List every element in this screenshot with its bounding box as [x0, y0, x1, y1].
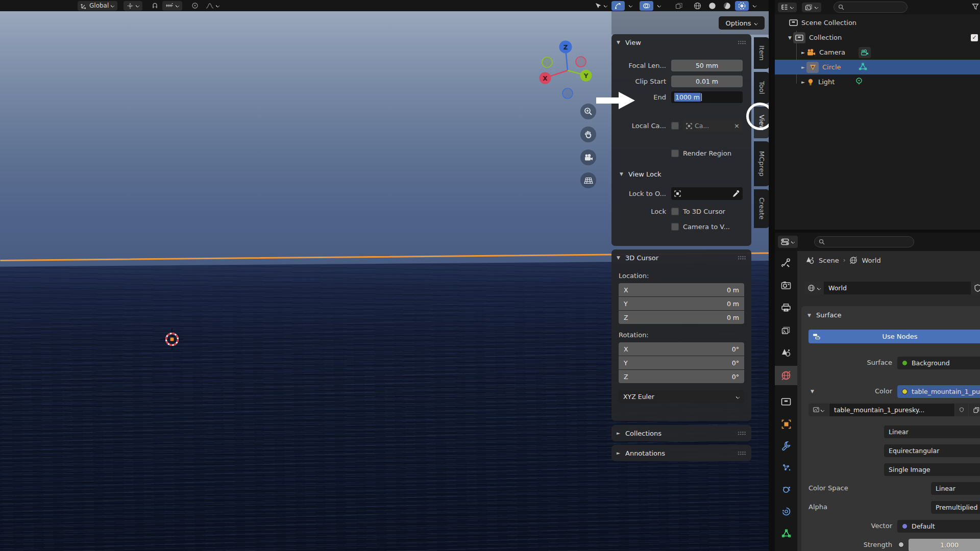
tab-scene-properties[interactable]	[775, 343, 797, 362]
axis-ball-neg-z[interactable]	[562, 88, 573, 98]
pan-button[interactable]	[580, 127, 596, 142]
disclosure-triangle[interactable]	[801, 80, 806, 85]
cursor-rotation-y-field[interactable]: Y 0°	[619, 356, 744, 369]
local-camera-checkbox[interactable]	[671, 122, 679, 130]
tab-collection-properties[interactable]	[775, 392, 797, 411]
panel-view-header[interactable]: View	[611, 34, 751, 46]
light-data-icon[interactable]	[855, 77, 863, 87]
tab-output-properties[interactable]	[775, 298, 797, 317]
perspective-toggle-button[interactable]	[580, 172, 596, 188]
color-space-dropdown[interactable]: Linear	[931, 482, 980, 495]
tab-view-layer-properties[interactable]	[775, 321, 797, 339]
tab-modifier-properties[interactable]	[775, 436, 797, 455]
sidebar-tab-mcprep[interactable]: MCprep	[754, 141, 769, 186]
image-datablock-selector[interactable]	[808, 404, 829, 416]
camera-data-icon[interactable]	[859, 47, 871, 58]
color-field[interactable]: table_mountain_1_puresky	[897, 385, 980, 398]
transform-orientation-dropdown[interactable]: Global	[78, 1, 117, 11]
surface-shader-field[interactable]: Background	[897, 357, 980, 369]
cursor-rotation-x-field[interactable]: X 0°	[619, 342, 744, 356]
panel-drag-handle[interactable]	[738, 40, 746, 44]
clear-x-icon[interactable]: ×	[734, 122, 740, 130]
cursor-location-z-field[interactable]: Z 0 m	[619, 311, 744, 324]
disclosure-triangle[interactable]	[801, 65, 806, 70]
area-splitter-vertical[interactable]	[769, 0, 775, 551]
tab-constraint-properties[interactable]	[775, 502, 797, 520]
sidebar-tab-create[interactable]: Create	[754, 189, 769, 228]
outliner-display-mode-dropdown[interactable]	[802, 3, 821, 12]
viewport-3d[interactable]: Global	[0, 0, 769, 551]
panel-3d-cursor-header[interactable]: 3D Cursor	[611, 249, 751, 262]
panel-annotations[interactable]: Annotations	[611, 445, 751, 461]
properties-search[interactable]	[814, 236, 914, 247]
alpha-dropdown[interactable]: Premultiplied	[931, 501, 980, 514]
properties-search-input[interactable]	[827, 238, 884, 245]
breadcrumb-world[interactable]: World	[862, 257, 880, 264]
clip-end-field-editing[interactable]: 1000 m	[671, 91, 743, 103]
lock-camera-to-view-checkbox[interactable]	[671, 223, 679, 231]
zoom-button[interactable]	[580, 104, 596, 119]
outliner-search[interactable]	[834, 2, 908, 13]
outliner-row-circle-selected[interactable]: Circle	[775, 60, 980, 74]
clip-start-field[interactable]: 0.01 m	[671, 76, 743, 87]
disclosure-triangle[interactable]	[788, 35, 793, 40]
navigation-axis-gizmo[interactable]: Z X Y	[536, 38, 597, 99]
mesh-data-icon[interactable]	[859, 63, 867, 72]
world-datablock-selector[interactable]	[804, 282, 824, 294]
outliner-row-camera[interactable]: Camera	[775, 45, 980, 60]
camera-view-button[interactable]	[580, 149, 596, 165]
sidebar-tab-item[interactable]: Item	[754, 37, 769, 69]
proportional-editing-toggle[interactable]	[188, 1, 202, 11]
panel-view-lock-header[interactable]: View Lock	[615, 168, 667, 180]
disclosure-triangle[interactable]	[801, 50, 806, 55]
fake-user-shield-button[interactable]	[971, 282, 980, 294]
snap-toggle[interactable]	[149, 1, 161, 11]
panel-drag-handle[interactable]	[738, 256, 746, 260]
tab-tool-properties[interactable]	[775, 254, 797, 272]
filter-funnel-icon[interactable]	[972, 3, 979, 10]
render-region-checkbox[interactable]	[671, 149, 679, 157]
world-name-field[interactable]: World	[824, 282, 971, 294]
tab-physics-properties[interactable]	[775, 480, 797, 498]
panel-drag-handle[interactable]	[738, 431, 746, 435]
image-copy-button[interactable]	[969, 404, 980, 416]
sidebar-tab-tool[interactable]: Tool	[754, 72, 769, 104]
vector-field[interactable]: Default	[897, 520, 980, 533]
use-nodes-button[interactable]: Use Nodes	[808, 330, 980, 343]
pivot-point-dropdown[interactable]	[124, 1, 142, 11]
projection-dropdown[interactable]: Equirectangular	[884, 444, 980, 457]
image-name-field[interactable]: table_mountain_1_puresky...	[829, 404, 954, 416]
proportional-falloff-dropdown[interactable]	[203, 1, 223, 11]
lock-to-object-field[interactable]	[671, 187, 743, 200]
panel-collections[interactable]: Collections	[611, 425, 751, 441]
strength-slider[interactable]: 1.000	[909, 539, 980, 551]
lock-to-3d-cursor-checkbox[interactable]	[671, 208, 679, 215]
cursor-location-x-field[interactable]: X 0 m	[619, 283, 744, 296]
local-camera-object-field[interactable]: Ca... ×	[683, 120, 743, 132]
breadcrumb-scene[interactable]: Scene	[819, 257, 839, 264]
outliner-search-input[interactable]	[847, 4, 903, 11]
tab-object-data-properties[interactable]	[775, 524, 797, 542]
tab-render-properties[interactable]	[775, 276, 797, 294]
outliner-editor-type-dropdown[interactable]	[778, 3, 797, 12]
cursor-location-y-field[interactable]: Y 0 m	[619, 297, 744, 310]
tab-world-properties-selected[interactable]	[775, 366, 797, 385]
tab-object-properties[interactable]	[775, 415, 797, 433]
outliner-row-light[interactable]: Light	[775, 74, 980, 89]
focal-length-field[interactable]: 50 mm	[671, 60, 743, 71]
tab-particle-properties[interactable]	[775, 458, 797, 477]
rotation-mode-dropdown[interactable]: XYZ Euler	[619, 390, 744, 403]
surface-panel-header[interactable]: Surface	[801, 306, 980, 319]
collection-checkbox[interactable]	[971, 34, 978, 41]
interpolation-dropdown[interactable]: Linear	[884, 425, 980, 438]
image-fake-user-button[interactable]	[955, 404, 968, 416]
properties-editor-type-dropdown[interactable]	[778, 236, 798, 248]
outliner-row-scene-collection[interactable]: Scene Collection	[775, 15, 980, 30]
panel-drag-handle[interactable]	[738, 451, 746, 455]
eyedropper-icon[interactable]	[732, 190, 740, 197]
source-dropdown[interactable]: Single Image	[884, 463, 980, 476]
axis-ball-neg-x[interactable]	[576, 57, 586, 67]
outliner-row-collection[interactable]: Collection	[775, 30, 980, 45]
axis-ball-neg-y[interactable]	[542, 57, 552, 67]
snap-with-dropdown[interactable]	[162, 1, 182, 11]
